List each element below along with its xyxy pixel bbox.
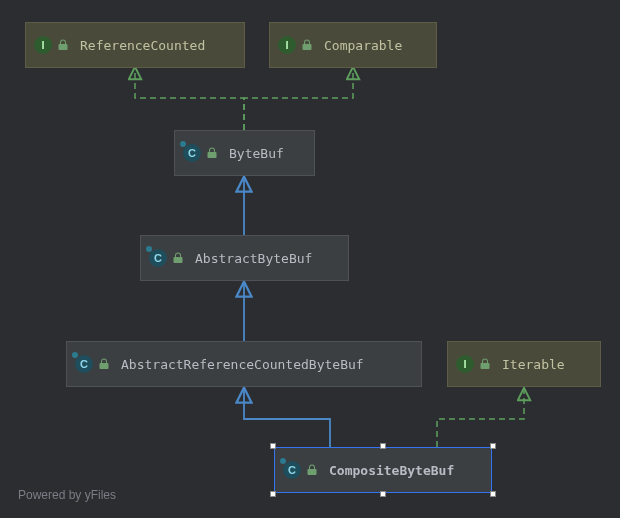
class-icon: C — [283, 461, 301, 479]
node-abstract-bytebuf[interactable]: C AbstractByteBuf — [140, 235, 349, 281]
selection-handle[interactable] — [270, 443, 276, 449]
node-iterable[interactable]: I Iterable — [447, 341, 601, 387]
class-icon: C — [183, 144, 201, 162]
diagram-canvas[interactable]: I ReferenceCounted I Comparable C ByteBu… — [0, 0, 620, 518]
lock-icon — [205, 146, 219, 160]
lock-icon — [97, 357, 111, 371]
interface-icon: I — [34, 36, 52, 54]
class-icon: C — [75, 355, 93, 373]
node-label: AbstractReferenceCountedByteBuf — [121, 357, 364, 372]
node-label: AbstractByteBuf — [195, 251, 312, 266]
selection-handle[interactable] — [490, 491, 496, 497]
node-comparable[interactable]: I Comparable — [269, 22, 437, 68]
selection-handle[interactable] — [380, 491, 386, 497]
node-abstract-ref-counted-bytebuf[interactable]: C AbstractReferenceCountedByteBuf — [66, 341, 422, 387]
class-icon: C — [149, 249, 167, 267]
node-label: CompositeByteBuf — [329, 463, 454, 478]
interface-icon: I — [456, 355, 474, 373]
lock-icon — [56, 38, 70, 52]
node-bytebuf[interactable]: C ByteBuf — [174, 130, 315, 176]
lock-icon — [171, 251, 185, 265]
node-label: ByteBuf — [229, 146, 284, 161]
node-label: Comparable — [324, 38, 402, 53]
node-label: Iterable — [502, 357, 565, 372]
footer-attribution: Powered by yFiles — [18, 488, 116, 502]
node-reference-counted[interactable]: I ReferenceCounted — [25, 22, 245, 68]
selection-handle[interactable] — [270, 491, 276, 497]
interface-icon: I — [278, 36, 296, 54]
node-composite-bytebuf[interactable]: C CompositeByteBuf — [274, 447, 492, 493]
selection-handle[interactable] — [380, 443, 386, 449]
lock-icon — [300, 38, 314, 52]
lock-icon — [478, 357, 492, 371]
lock-icon — [305, 463, 319, 477]
selection-handle[interactable] — [490, 443, 496, 449]
node-label: ReferenceCounted — [80, 38, 205, 53]
